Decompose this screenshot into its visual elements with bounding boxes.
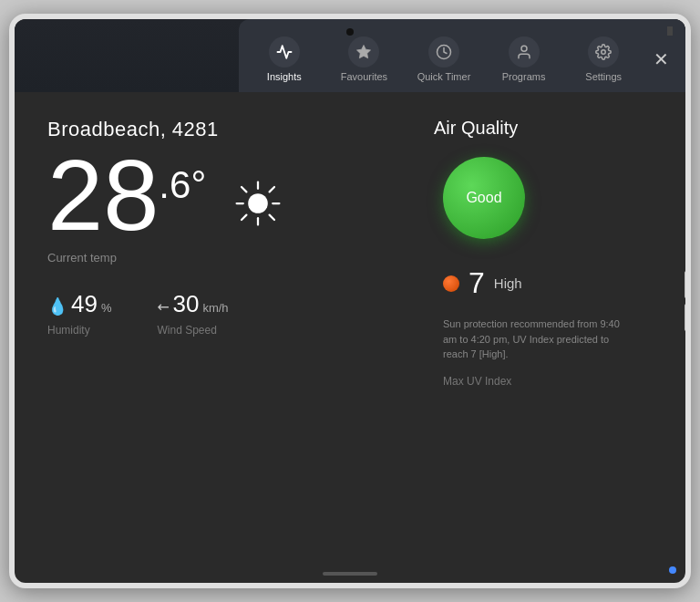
uv-dot-icon (443, 275, 459, 292)
svg-line-9 (270, 215, 274, 220)
air-quality-status: Good (466, 190, 501, 206)
humidity-unit: % (101, 301, 112, 315)
weather-area: Broadbeach, 4281 28 .6° (15, 92, 685, 406)
programs-icon (509, 36, 540, 67)
settings-icon (588, 36, 619, 67)
blue-dot-indicator (669, 566, 676, 574)
wind-label: Wind Speed (157, 324, 228, 337)
svg-line-11 (242, 215, 246, 220)
favourites-icon (348, 36, 379, 67)
humidity-value-row: 💧 49 % (47, 290, 111, 318)
nav-item-settings[interactable]: Settings (563, 26, 643, 92)
humidity-number: 49 (71, 290, 98, 318)
humidity-stat: 💧 49 % Humidity (47, 290, 111, 337)
tablet-frame: Insights Favourites Quick Timer (9, 14, 691, 588)
uv-level: High (494, 275, 522, 291)
temp-row: 28 .6° (47, 145, 416, 245)
wind-unit: km/h (202, 301, 228, 315)
sun-icon (233, 179, 283, 228)
air-quality-bubble: Good (443, 157, 525, 239)
svg-line-8 (242, 187, 246, 192)
nav-bar: Insights Favourites Quick Timer (239, 19, 685, 92)
settings-label: Settings (585, 71, 622, 82)
humidity-label: Humidity (47, 324, 111, 337)
right-section: Air Quality Good 7 High Sun protection r… (416, 118, 653, 388)
svg-marker-0 (357, 46, 371, 58)
stats-row: 💧 49 % Humidity ↖ 30 km/h Wind Speed (47, 290, 416, 337)
temp-decimal: .6° (159, 163, 206, 207)
side-buttons (685, 271, 688, 331)
favourites-label: Favourites (341, 71, 387, 82)
temp-display: 28 .6° (47, 145, 206, 245)
quick-timer-icon (428, 36, 459, 67)
wind-stat: ↖ 30 km/h Wind Speed (157, 290, 228, 337)
nav-item-favourites[interactable]: Favourites (324, 26, 405, 92)
svg-point-3 (602, 50, 606, 55)
insights-label: Insights (267, 71, 302, 82)
uv-label: Max UV Index (443, 375, 625, 388)
temp-whole: 28 (47, 145, 159, 245)
close-button[interactable]: ✕ (643, 41, 680, 78)
home-bar (323, 572, 377, 576)
uv-row: 7 High (443, 266, 625, 300)
svg-point-12 (248, 193, 268, 213)
current-temp-label: Current temp (47, 251, 416, 265)
nav-item-programs[interactable]: Programs (484, 26, 564, 92)
wind-arrow-icon: ↖ (153, 296, 174, 317)
wind-value-row: ↖ 30 km/h (157, 290, 228, 318)
svg-point-2 (521, 46, 527, 51)
nav-item-quick-timer[interactable]: Quick Timer (404, 26, 484, 92)
wind-number: 30 (172, 290, 199, 318)
air-quality-title: Air Quality (434, 118, 518, 139)
left-section: Broadbeach, 4281 28 .6° (47, 118, 416, 337)
nav-item-insights[interactable]: Insights (244, 26, 324, 92)
quick-timer-label: Quick Timer (417, 71, 471, 82)
humidity-icon: 💧 (47, 296, 67, 317)
uv-number: 7 (468, 266, 485, 300)
svg-line-10 (270, 187, 274, 192)
programs-label: Programs (502, 71, 546, 82)
insights-icon (269, 36, 300, 67)
top-indicator (667, 26, 673, 36)
uv-description: Sun protection recommended from 9:40 am … (443, 317, 625, 362)
camera-indicator (346, 28, 354, 36)
